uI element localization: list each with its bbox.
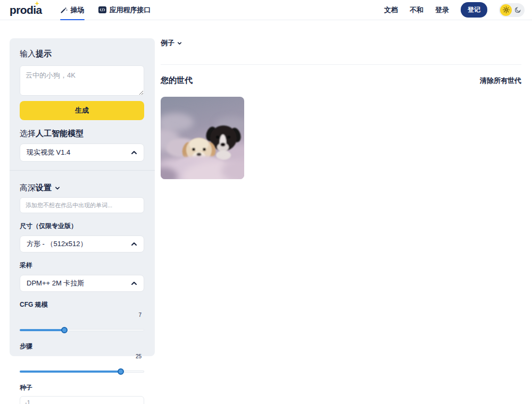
- steps-slider[interactable]: [20, 368, 144, 375]
- advanced-settings-toggle[interactable]: 高深设置: [20, 183, 145, 193]
- adv-heading-text: 高深设置: [20, 183, 52, 193]
- nav-link-docs[interactable]: 文档: [384, 5, 398, 15]
- sampler-select-value: DPM++ 2M 卡拉斯: [27, 279, 84, 288]
- seed-input[interactable]: [20, 396, 144, 404]
- active-tab-underline: [60, 19, 85, 20]
- negative-prompt-input[interactable]: [20, 197, 144, 213]
- nav-link-discord[interactable]: 不和: [410, 5, 423, 15]
- prompt-heading-bold: 提示: [36, 49, 52, 58]
- cfg-value-wrap: 7: [20, 309, 145, 319]
- chevron-up-icon: [131, 241, 137, 247]
- size-select[interactable]: 方形 - （512x512）: [20, 235, 144, 252]
- theme-toggle[interactable]: [499, 3, 525, 17]
- generations-heading: 您的世代: [161, 75, 193, 86]
- sparkle-icon: [35, 1, 39, 6]
- tab-label: 应用程序接口: [110, 5, 151, 15]
- slider-thumb[interactable]: [118, 368, 124, 375]
- sun-icon[interactable]: [500, 4, 512, 16]
- generation-image[interactable]: [161, 97, 244, 179]
- divider: [161, 64, 521, 65]
- puppies-in-clouds-image: [161, 97, 244, 179]
- register-button[interactable]: 登记: [461, 2, 487, 18]
- tab-api[interactable]: 应用程序接口: [98, 0, 151, 20]
- wand-icon: [60, 6, 68, 14]
- clear-all-button[interactable]: 清除所有世代: [480, 76, 521, 86]
- prompt-heading: 输入提示: [20, 49, 145, 59]
- adv-heading-normal: 高深: [20, 183, 36, 192]
- steps-value-wrap: 25: [20, 351, 145, 360]
- slider-fill: [20, 329, 64, 331]
- cfg-slider[interactable]: [20, 326, 144, 333]
- steps-label: 步骤: [20, 342, 145, 351]
- generate-button[interactable]: 生成: [20, 101, 144, 120]
- control-sidebar: 输入提示 生成 选择人工智能模型 现实视觉 V1.4 高深设置 尺寸（仅限专业版…: [10, 38, 155, 356]
- model-heading-bold: 人工智能模型: [36, 129, 84, 138]
- slider-thumb[interactable]: [61, 327, 68, 333]
- sampler-label: 采样: [20, 261, 145, 270]
- model-heading: 选择人工智能模型: [20, 129, 145, 139]
- generations-header: 您的世代 清除所有世代: [161, 75, 521, 86]
- size-label: 尺寸（仅限专业版）: [20, 222, 145, 231]
- nav-link-login[interactable]: 登录: [435, 5, 449, 15]
- steps-value: 25: [136, 354, 142, 359]
- navbar: prodia 操场 应用程序接口 文档 不和 登录 登记: [0, 0, 532, 20]
- chevron-down-icon: [55, 186, 60, 190]
- prompt-input[interactable]: [20, 65, 144, 96]
- navbar-right: 文档 不和 登录 登记: [384, 2, 525, 18]
- moon-icon[interactable]: [512, 4, 523, 16]
- cfg-row: CFG 规模: [20, 292, 145, 309]
- examples-label: 例子: [161, 38, 174, 48]
- main-content: 例子 您的世代 清除所有世代: [161, 38, 521, 179]
- chevron-up-icon: [131, 281, 137, 286]
- chevron-down-icon: [177, 41, 182, 45]
- examples-toggle[interactable]: 例子: [161, 38, 521, 48]
- cfg-value: 7: [138, 312, 142, 318]
- chevron-up-icon: [131, 150, 137, 155]
- tab-playground[interactable]: 操场: [60, 0, 85, 20]
- seed-label: 种子: [20, 383, 145, 392]
- sampler-select[interactable]: DPM++ 2M 卡拉斯: [20, 275, 144, 292]
- prodia-logo[interactable]: prodia: [10, 4, 42, 16]
- slider-fill: [20, 371, 121, 373]
- model-select-value: 现实视觉 V1.4: [27, 148, 70, 157]
- divider: [10, 170, 155, 171]
- code-icon: [98, 6, 106, 13]
- tab-label: 操场: [71, 5, 85, 15]
- size-select-value: 方形 - （512x512）: [27, 239, 87, 249]
- prompt-heading-normal: 输入: [20, 49, 36, 58]
- adv-heading-bold: 设置: [36, 183, 52, 192]
- model-select[interactable]: 现实视觉 V1.4: [20, 144, 144, 162]
- cfg-label: CFG 规模: [20, 300, 48, 309]
- model-heading-normal: 选择: [20, 129, 36, 138]
